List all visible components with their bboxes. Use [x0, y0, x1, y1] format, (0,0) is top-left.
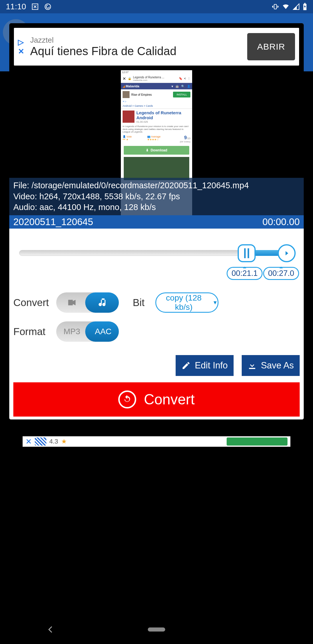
app-icon	[35, 437, 46, 446]
svg-rect-5	[248, 248, 249, 258]
bit-label: Bit	[133, 297, 150, 308]
dropdown-icon: ▼	[212, 300, 218, 306]
file-info-overlay: File: /storage/emulated/0/recordmaster/2…	[9, 178, 304, 215]
save-as-button[interactable]: Save As	[242, 355, 300, 376]
close-icon[interactable]: ✕	[26, 437, 32, 446]
svg-point-6	[69, 300, 70, 302]
ad-headline: Aquí tienes Fibra de Calidad	[30, 45, 247, 58]
music-icon	[88, 297, 119, 308]
refresh-icon	[118, 390, 136, 408]
vibrate-icon	[272, 3, 279, 10]
status-icon	[31, 3, 39, 10]
ad-brand: Jazztel	[30, 36, 247, 45]
svg-rect-4	[244, 248, 246, 258]
svg-point-7	[71, 300, 73, 302]
android-nav-bar	[0, 615, 313, 644]
format-aac: AAC	[88, 327, 119, 336]
audio-info-text: Audio: aac, 44100 Hz, mono, 128 kb/s	[13, 202, 300, 213]
svg-rect-1	[274, 4, 276, 9]
convert-button[interactable]: Convert	[13, 382, 300, 417]
file-title-bar: 20200511_120645 00:00.00	[9, 215, 304, 229]
trim-end-time: 00:27.0	[263, 267, 299, 280]
ad-banner[interactable]: ▷ ✕ Jazztel Aquí tienes Fibra de Calidad…	[14, 28, 299, 66]
wifi-icon	[282, 3, 290, 10]
file-duration: 00:00.00	[263, 216, 300, 227]
svg-point-0	[45, 4, 51, 10]
format-toggle[interactable]: MP3 AAC	[56, 321, 119, 342]
star-icon: ★	[61, 438, 67, 445]
video-info-text: Video: h264, 720x1488, 5538 kb/s, 22.67 …	[13, 191, 300, 202]
edit-info-button[interactable]: Edit Info	[176, 355, 234, 376]
trim-start-time: 00:21.1	[227, 267, 263, 280]
trim-start-handle[interactable]	[238, 244, 256, 262]
trim-end-handle[interactable]	[278, 244, 296, 262]
format-mp3: MP3	[56, 327, 88, 336]
convert-dialog: ▷ ✕ Jazztel Aquí tienes Fibra de Calidad…	[9, 23, 304, 419]
signal-icon	[293, 3, 300, 10]
ad-marker-icon: ▷ ✕	[18, 38, 24, 55]
status-time: 11:10	[6, 2, 26, 11]
convert-label: Convert	[13, 297, 51, 308]
trim-slider[interactable]: 00:21.1 00:27.0	[19, 240, 294, 284]
video-preview[interactable]: 12:07 ✕🔒Legends of Runeterra ...malavida…	[9, 70, 304, 215]
format-label: Format	[13, 326, 51, 337]
back-button[interactable]	[46, 625, 55, 634]
download-icon	[248, 361, 257, 370]
ad-open-button[interactable]: ABRIR	[247, 33, 295, 60]
file-path-text: File: /storage/emulated/0/recordmaster/2…	[13, 180, 300, 191]
install-button-bg[interactable]	[227, 437, 287, 446]
convert-type-toggle[interactable]	[56, 292, 119, 313]
bitrate-button[interactable]: copy (128 kb/s)▼	[155, 292, 219, 313]
svg-rect-3	[304, 3, 305, 4]
battery-icon	[303, 3, 307, 10]
file-name: 20200511_120645	[13, 216, 93, 227]
status-bar: 11:10	[0, 0, 313, 13]
ad-container: ▷ ✕ Jazztel Aquí tienes Fibra de Calidad…	[9, 23, 304, 70]
video-icon	[56, 297, 88, 308]
status-icon	[44, 3, 52, 10]
home-button[interactable]	[148, 627, 165, 632]
background-ad-strip: ✕ 4.3 ★	[23, 436, 290, 447]
pencil-icon	[181, 361, 191, 370]
